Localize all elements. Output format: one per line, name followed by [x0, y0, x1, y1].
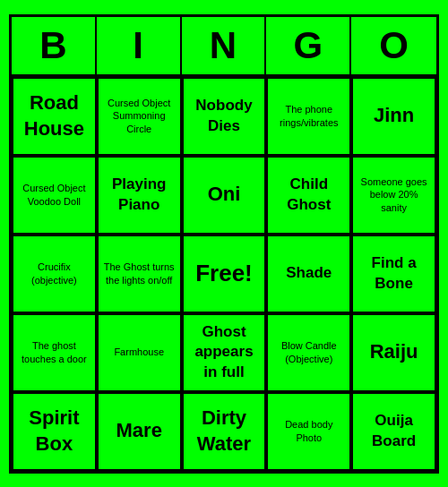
bingo-cell-22: Dirty Water: [182, 392, 267, 471]
cell-text-11: The Ghost turns the lights on/off: [102, 261, 177, 286]
bingo-letter-o: O: [351, 17, 436, 74]
cell-text-9: Someone goes below 20% sanity: [357, 175, 431, 214]
bingo-letter-g: G: [266, 17, 351, 74]
bingo-cell-4: Jinn: [351, 77, 436, 156]
bingo-cell-21: Mare: [97, 392, 182, 471]
cell-text-1: Cursed Object Summoning Circle: [102, 97, 177, 135]
bingo-cell-23: Dead body Photo: [266, 392, 351, 471]
bingo-cell-15: The ghost touches a door: [12, 313, 97, 392]
bingo-cell-13: Shade: [266, 235, 351, 313]
bingo-cell-7: Oni: [182, 156, 267, 235]
bingo-letter-b: B: [12, 17, 97, 74]
bingo-cell-11: The Ghost turns the lights on/off: [97, 235, 182, 313]
cell-text-6: Playing Piano: [102, 175, 177, 214]
cell-text-14: Find a Bone: [357, 253, 431, 293]
bingo-letter-n: N: [182, 17, 267, 74]
cell-text-20: Spirit Box: [17, 406, 91, 457]
bingo-cell-17: Ghost appears in full: [182, 313, 267, 392]
bingo-header: BINGO: [12, 17, 436, 74]
bingo-cell-9: Someone goes below 20% sanity: [351, 156, 436, 235]
cell-text-3: The phone rings/vibrates: [271, 103, 346, 129]
cell-text-2: Nobody Dies: [187, 96, 262, 135]
cell-text-23: Dead body Photo: [271, 418, 346, 444]
cell-text-5: Cursed Object Voodoo Doll: [17, 182, 91, 208]
cell-text-8: Child Ghost: [271, 175, 346, 214]
cell-text-16: Farmhouse: [114, 346, 164, 358]
bingo-grid: Road HouseCursed Object Summoning Circle…: [12, 74, 436, 471]
bingo-cell-20: Spirit Box: [12, 392, 97, 471]
cell-text-4: Jinn: [374, 103, 414, 129]
cell-text-13: Shade: [286, 263, 332, 283]
cell-text-10: Crucifix (objective): [17, 261, 91, 286]
cell-text-7: Oni: [208, 182, 241, 208]
cell-text-18: Blow Candle (Objective): [271, 339, 346, 365]
bingo-cell-6: Playing Piano: [97, 156, 182, 235]
bingo-cell-16: Farmhouse: [97, 313, 182, 392]
bingo-cell-0: Road House: [12, 77, 97, 156]
bingo-cell-10: Crucifix (objective): [12, 235, 97, 313]
bingo-cell-3: The phone rings/vibrates: [266, 77, 351, 156]
cell-text-17: Ghost appears in full: [187, 322, 262, 381]
cell-text-19: Raiju: [370, 339, 418, 365]
bingo-cell-8: Child Ghost: [266, 156, 351, 235]
cell-text-24: Ouija Board: [357, 411, 431, 450]
bingo-cell-12: Free!: [182, 235, 267, 313]
bingo-letter-i: I: [97, 17, 182, 74]
bingo-cell-24: Ouija Board: [351, 392, 436, 471]
bingo-cell-19: Raiju: [351, 313, 436, 392]
cell-text-0: Road House: [17, 90, 91, 141]
bingo-card: BINGO Road HouseCursed Object Summoning …: [9, 14, 439, 474]
cell-text-22: Dirty Water: [187, 406, 262, 457]
bingo-cell-5: Cursed Object Voodoo Doll: [12, 156, 97, 235]
bingo-cell-14: Find a Bone: [351, 235, 436, 313]
cell-text-21: Mare: [116, 418, 162, 444]
bingo-cell-18: Blow Candle (Objective): [266, 313, 351, 392]
cell-text-12: Free!: [195, 259, 253, 289]
cell-text-15: The ghost touches a door: [17, 339, 91, 365]
bingo-cell-2: Nobody Dies: [182, 77, 267, 156]
bingo-cell-1: Cursed Object Summoning Circle: [97, 77, 182, 156]
